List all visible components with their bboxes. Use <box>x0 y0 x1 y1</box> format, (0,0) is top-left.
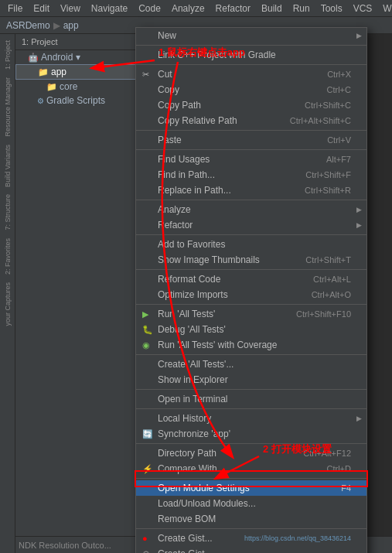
menu-paste[interactable]: Paste Ctrl+V <box>136 132 366 148</box>
menu-copy-label: Copy <box>158 84 179 95</box>
tree-app[interactable]: 📁 app <box>15 64 138 80</box>
menu-vcs[interactable]: VCS <box>349 2 377 15</box>
compare-icon: ⚡ <box>142 464 153 474</box>
menu-remove-bom-label: Remove BOM <box>158 514 216 524</box>
tree-core[interactable]: 📁 core <box>15 80 138 94</box>
menu-cut[interactable]: ✂ Cut Ctrl+X <box>136 67 366 82</box>
menu-find-usages[interactable]: Find Usages Alt+F7 <box>136 152 366 167</box>
menu-link-cpp-label: Link C++ Project with Gradle <box>158 49 276 60</box>
menu-analyze[interactable]: Analyze <box>136 202 366 217</box>
menu-replace-path-label: Replace in Path... <box>158 185 231 196</box>
sidebar-item-favorites[interactable]: 2: Favorites <box>2 235 13 278</box>
folder-icon-core: 📁 <box>46 82 57 92</box>
menu-open-module-settings-label: Open Module Settings <box>158 483 250 493</box>
sidebar-item-structure[interactable]: 7: Structure <box>2 191 13 234</box>
menu-new-label: New <box>158 30 176 41</box>
menu-replace-path[interactable]: Replace in Path... Ctrl+Shift+R <box>136 183 366 198</box>
breadcrumb-module[interactable]: app <box>63 20 79 31</box>
menu-navigate[interactable]: Navigate <box>87 2 132 15</box>
menu-remove-bom[interactable]: Remove BOM <box>136 511 366 527</box>
tree-android[interactable]: 🤖 Android ▾ <box>15 50 138 64</box>
menu-run-tests-label: Run 'All Tests' <box>158 309 215 319</box>
menu-create-tests[interactable]: Create 'All Tests'... <box>136 357 366 372</box>
context-menu: New Link C++ Project with Gradle ✂ Cut C… <box>135 27 367 553</box>
menu-tools[interactable]: Tools <box>316 2 347 15</box>
menu-find-path-label: Find in Path... <box>158 169 215 180</box>
menu-synchronize-label: Synchronize 'app' <box>158 428 230 439</box>
menu-file[interactable]: File <box>3 2 27 15</box>
menu-open-terminal[interactable]: Open in Terminal <box>136 391 366 407</box>
tree-app-label: app <box>51 67 66 77</box>
menu-view[interactable]: View <box>56 2 85 15</box>
tree-gradle[interactable]: ⚙ Gradle Scripts <box>15 94 138 108</box>
menu-copy[interactable]: Copy Ctrl+C <box>136 82 366 97</box>
menu-copy-path[interactable]: Copy Path Ctrl+Shift+C <box>136 97 366 113</box>
menu-open-module-settings[interactable]: Open Module Settings F4 <box>136 480 366 496</box>
menu-refactor-label: Refactor <box>158 220 193 230</box>
menu-optimize-imports[interactable]: Optimize Imports Ctrl+Alt+O <box>136 287 366 302</box>
menu-debug-tests[interactable]: 🐛 Debug 'All Tests' <box>136 322 366 337</box>
gist-icon-2: ⚙ <box>142 549 150 554</box>
coverage-icon: ◉ <box>142 340 150 350</box>
menu-create-gist-1-label: Create Gist... <box>158 533 213 544</box>
menu-show-thumbnails[interactable]: Show Image Thumbnails Ctrl+Shift+T <box>136 252 366 268</box>
menu-build[interactable]: Build <box>257 2 287 15</box>
menu-dir-path[interactable]: Directory Path Ctrl+Alt+F12 <box>136 445 366 461</box>
menu-add-favorites-label: Add to Favorites <box>158 239 225 250</box>
menu-reformat-label: Reformat Code <box>158 274 220 285</box>
menu-run[interactable]: Run <box>288 2 315 15</box>
menu-synchronize[interactable]: 🔄 Synchronize 'app' <box>136 426 366 442</box>
menu-new[interactable]: New <box>136 28 366 43</box>
menu-create-tests-label: Create 'All Tests'... <box>158 359 233 370</box>
menu-run-coverage[interactable]: ◉ Run 'All Tests' with Coverage <box>136 337 366 353</box>
menu-edit[interactable]: Edit <box>29 2 54 15</box>
menu-code[interactable]: Code <box>134 2 165 15</box>
menu-local-history[interactable]: Local History <box>136 411 366 426</box>
menu-compare-with-shortcut: Ctrl+D <box>327 464 351 473</box>
tree-android-label: Android ▾ <box>41 52 80 63</box>
menu-find-path-shortcut: Ctrl+Shift+F <box>305 170 351 179</box>
sidebar-item-build-variants[interactable]: Build Variants <box>2 142 13 190</box>
menu-refactor[interactable]: Refactor <box>136 217 366 233</box>
gist-icon-1: ● <box>142 534 148 543</box>
menu-wi[interactable]: Wi <box>378 2 392 15</box>
menu-dir-path-shortcut: Ctrl+Alt+F12 <box>303 449 351 458</box>
menu-link-cpp[interactable]: Link C++ Project with Gradle <box>136 47 366 63</box>
menu-add-favorites[interactable]: Add to Favorites <box>136 237 366 252</box>
menu-compare-with[interactable]: ⚡ Compare With... Ctrl+D <box>136 461 366 476</box>
menu-gist-url: https://blog.csdn.net/qq_38436214 <box>244 534 351 542</box>
menu-load-unload[interactable]: Load/Unload Modules... <box>136 496 366 511</box>
menu-show-thumbnails-label: Show Image Thumbnails <box>158 254 260 265</box>
menu-copy-path-label: Copy Path <box>158 100 201 111</box>
menu-run-coverage-label: Run 'All Tests' with Coverage <box>158 340 277 350</box>
breadcrumb-project[interactable]: ASRDemo <box>6 20 50 31</box>
menu-copy-rel[interactable]: Copy Relative Path Ctrl+Alt+Shift+C <box>136 113 366 128</box>
sidebar-item-captures[interactable]: your Captures <box>2 279 13 329</box>
menu-copy-shortcut: Ctrl+C <box>327 85 351 94</box>
menu-find-path[interactable]: Find in Path... Ctrl+Shift+F <box>136 167 366 183</box>
menu-cut-label: Cut <box>158 69 172 80</box>
panel-title: 1: Project <box>22 37 57 46</box>
menu-create-gist-1[interactable]: ● Create Gist... https://blog.csdn.net/q… <box>136 531 366 546</box>
sidebar-item-project[interactable]: 1: Project <box>2 37 13 73</box>
debug-icon: 🐛 <box>142 325 153 335</box>
menu-create-gist-2[interactable]: ⚙ Create Gist... <box>136 546 366 553</box>
menu-refactor[interactable]: Refactor <box>211 2 255 15</box>
menu-cut-shortcut: Ctrl+X <box>327 70 351 79</box>
tree-core-label: core <box>60 81 77 92</box>
menu-run-tests[interactable]: ▶ Run 'All Tests' Ctrl+Shift+F10 <box>136 306 366 322</box>
gradle-icon: ⚙ <box>37 97 44 105</box>
menu-reformat[interactable]: Reformat Code Ctrl+Alt+L <box>136 271 366 287</box>
menu-run-tests-shortcut: Ctrl+Shift+F10 <box>296 309 351 319</box>
menu-copy-rel-shortcut: Ctrl+Alt+Shift+C <box>290 116 351 125</box>
menu-debug-tests-label: Debug 'All Tests' <box>158 324 226 335</box>
menu-show-explorer[interactable]: Show in Explorer <box>136 372 366 387</box>
sidebar-item-resource[interactable]: Resource Manager <box>2 74 13 140</box>
menu-dir-path-label: Directory Path <box>158 448 216 459</box>
menu-load-unload-label: Load/Unload Modules... <box>158 498 256 509</box>
menu-analyze-label: Analyze <box>158 204 191 215</box>
menu-show-explorer-label: Show in Explorer <box>158 374 228 385</box>
menu-show-thumbnails-shortcut: Ctrl+Shift+T <box>305 255 351 265</box>
menu-analyze[interactable]: Analyze <box>167 2 210 15</box>
menu-reformat-shortcut: Ctrl+Alt+L <box>313 275 351 284</box>
